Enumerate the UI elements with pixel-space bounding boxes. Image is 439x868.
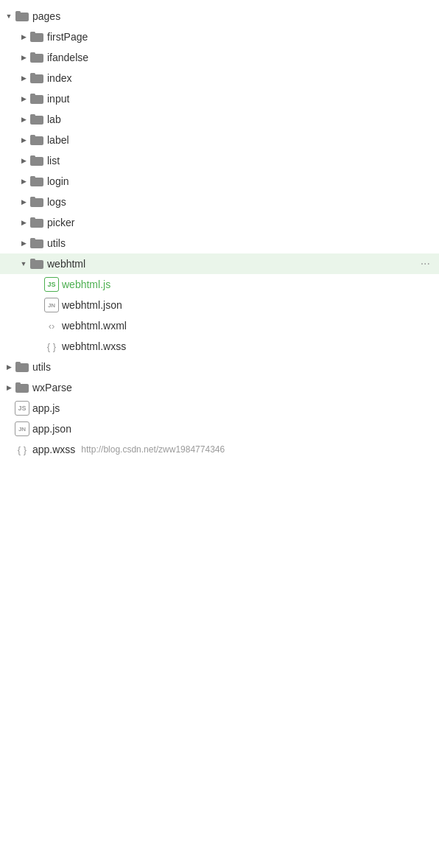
folder-icon-picker [29,215,44,230]
svg-rect-19 [30,197,35,200]
folder-icon-webhtml [29,256,44,271]
folder-icon-ifandelse [29,50,44,65]
chevron-root-utils [3,361,15,373]
folder-icon-logs [29,195,44,209]
wxss-badge-webhtml: { } [44,339,59,354]
folder-icon-pages-utils [29,236,44,251]
chevron-input [18,93,29,105]
js-badge-webhtml: JS [44,277,59,292]
folder-icon-index [29,71,44,85]
folder-picker-label: picker [47,217,74,228]
folder-picker[interactable]: picker [0,212,439,233]
chevron-logs [18,196,29,208]
wxml-badge-webhtml: ‹› [44,318,59,333]
svg-rect-17 [30,176,35,179]
svg-rect-25 [30,259,35,262]
url-text-app-wxss: http://blog.csdn.net/zww1984774346 [81,444,225,455]
folder-pages-label: pages [32,10,60,22]
chevron-list [18,155,29,167]
chevron-pages-utils [18,237,29,249]
file-webhtml-wxml[interactable]: ‹› webhtml.wxml [0,315,439,336]
file-tree: pages firstPage ifandelse [0,0,439,466]
file-app-json[interactable]: JN app.json [0,419,439,439]
folder-wxparse[interactable]: wxParse [0,377,439,398]
folder-root-utils-label: utils [32,361,51,373]
folder-webhtml[interactable]: webhtml ··· [0,253,439,274]
folder-login-label: login [47,175,69,187]
svg-rect-29 [15,382,21,385]
svg-rect-9 [30,94,35,97]
folder-pages-utils[interactable]: utils [0,233,439,253]
file-webhtml-js-label: webhtml.js [62,279,110,290]
svg-rect-5 [30,52,35,55]
folder-icon-wxparse [15,380,29,395]
chevron-lab [18,113,29,125]
folder-input[interactable]: input [0,88,439,109]
folder-ifandelse-label: ifandelse [47,52,88,63]
folder-logs-label: logs [47,196,66,208]
folder-firstpage-label: firstPage [47,31,88,43]
svg-rect-15 [30,155,35,158]
folder-lab-label: lab [47,113,61,125]
folder-webhtml-label: webhtml [47,258,85,270]
json-badge-app: JN [15,421,29,436]
file-app-json-label: app.json [32,423,71,435]
chevron-webhtml [18,258,29,270]
chevron-firstpage [18,31,29,43]
chevron-index [18,72,29,84]
file-webhtml-wxss-label: webhtml.wxss [62,340,126,352]
folder-icon-pages [15,9,29,24]
svg-rect-11 [30,114,35,117]
chevron-ifandelse [18,52,29,63]
folder-pages[interactable]: pages [0,6,439,27]
folder-icon-label [29,133,44,147]
folder-index[interactable]: index [0,68,439,88]
folder-icon-firstpage [29,29,44,44]
file-app-wxss[interactable]: { } app.wxss http://blog.csdn.net/zww198… [0,439,439,460]
wxss-badge-app: { } [15,442,29,457]
json-badge-webhtml: JN [44,298,59,312]
svg-rect-21 [30,217,35,220]
chevron-label [18,134,29,146]
folder-input-label: input [47,93,69,105]
folder-lab[interactable]: lab [0,109,439,130]
file-webhtml-js[interactable]: JS webhtml.js [0,274,439,295]
js-badge-app: JS [15,401,29,416]
folder-label-label: label [47,134,69,146]
more-button-webhtml[interactable]: ··· [418,257,433,270]
folder-label[interactable]: label [0,130,439,150]
folder-login[interactable]: login [0,171,439,192]
file-webhtml-json[interactable]: JN webhtml.json [0,295,439,315]
file-app-js-label: app.js [32,402,60,414]
folder-list-label: list [47,155,60,167]
folder-icon-lab [29,112,44,127]
svg-rect-27 [15,362,21,365]
svg-rect-7 [30,73,35,76]
file-webhtml-wxss[interactable]: { } webhtml.wxss [0,336,439,357]
chevron-login [18,175,29,187]
folder-icon-login [29,174,44,189]
file-webhtml-json-label: webhtml.json [62,299,122,311]
chevron-pages [3,10,15,22]
folder-root-utils[interactable]: utils [0,357,439,377]
svg-rect-1 [15,11,21,14]
folder-wxparse-label: wxParse [32,382,72,393]
chevron-picker [18,217,29,228]
svg-rect-13 [30,135,35,138]
folder-firstpage[interactable]: firstPage [0,27,439,47]
folder-icon-list [29,153,44,168]
svg-rect-3 [30,32,35,35]
folder-icon-input [29,91,44,106]
folder-pages-utils-label: utils [47,237,66,249]
file-app-wxss-label: app.wxss [32,444,75,455]
folder-icon-root-utils [15,360,29,374]
file-webhtml-wxml-label: webhtml.wxml [62,320,127,332]
chevron-wxparse [3,382,15,393]
folder-logs[interactable]: logs [0,192,439,212]
svg-rect-23 [30,238,35,241]
folder-ifandelse[interactable]: ifandelse [0,47,439,68]
folder-list[interactable]: list [0,150,439,171]
folder-index-label: index [47,72,71,84]
file-app-js[interactable]: JS app.js [0,398,439,419]
